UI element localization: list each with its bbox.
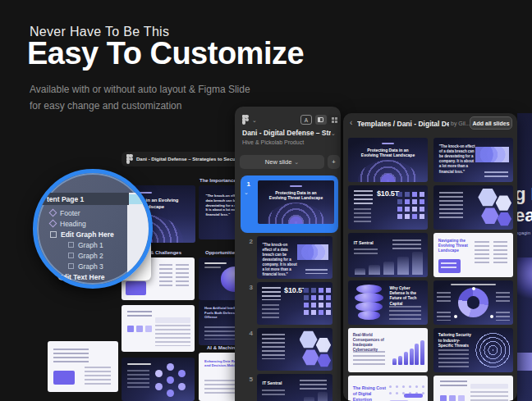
template-tile-table[interactable] [433, 376, 513, 401]
new-slide-button[interactable]: New slide ⌄ [240, 155, 324, 169]
chevron-down-icon[interactable]: ⌄ [252, 117, 257, 123]
template-tile-rings[interactable]: Tailoring Security to Industry-Specific … [433, 328, 513, 372]
text-lines [354, 190, 373, 203]
figma-logo-icon [126, 154, 133, 164]
text-lines [262, 390, 285, 397]
canvas-slide-circles[interactable] [122, 358, 195, 401]
component-icon [49, 209, 57, 217]
text-lines [159, 264, 172, 286]
section-label-importance: The Importance [200, 178, 236, 183]
templates-breadcrumb[interactable]: Templates / Dani - Digital Defen... [357, 120, 449, 128]
circles-graphic [297, 244, 329, 260]
list-lines [438, 349, 469, 368]
slide-thumbnail-4[interactable] [257, 328, 332, 371]
fragment-small-text: ngagin [517, 230, 530, 235]
layer-row-graph3[interactable]: Graph 3 [37, 261, 129, 271]
slide-title-text: Protecting Data in an Evolving Threat La… [360, 148, 417, 158]
purple-box [53, 371, 75, 385]
chevron-down-icon: ⌄ [294, 159, 299, 165]
hexagon-graphic [498, 212, 511, 226]
add-slide-button[interactable]: + [328, 155, 340, 169]
layer-row-footer[interactable]: Footer [37, 207, 129, 218]
template-tile-consequences[interactable]: Real-World Consequences of Inadequate Cy… [348, 328, 428, 372]
blob-graphic [355, 302, 383, 312]
squares-graphic [127, 326, 134, 332]
layer-row-edit-text[interactable]: TEdit Text Here [37, 271, 129, 282]
nav-slide-title: Navigating the Evolving Threat Landscape [438, 239, 472, 254]
templates-panel: ‹ Templates / Dani - Digital Defen... by… [343, 113, 517, 401]
text-style-icon[interactable]: A [300, 115, 312, 125]
layers-list: Footer Heading Edit Graph Here Graph 1 G… [37, 207, 129, 282]
add-all-slides-button[interactable]: Add all slides [470, 116, 512, 130]
squares-grid-graphic [304, 288, 309, 293]
bar-graphic [398, 356, 402, 366]
document-subtitle: Hive & Pickolab Product [242, 139, 304, 145]
canvas-slide-fragment: g D eat ngagin [517, 113, 532, 401]
template-tile-quote[interactable]: "The knock-on effect of a data breach ca… [433, 138, 513, 182]
list-view-icon[interactable] [315, 115, 327, 125]
circle-diagram-graphic [167, 376, 174, 384]
stat-lines [353, 351, 385, 367]
slide-number: 3 [241, 284, 253, 291]
text-lines [496, 292, 510, 302]
left-window-title: Dani - Digital Defense – Strategies to S… [136, 157, 240, 162]
template-tile-title[interactable]: Protecting Data in an Evolving Threat La… [348, 138, 428, 182]
rings-graphic [358, 160, 419, 182]
slides-panel: ⌄ A Dani - Digital Defense – Str... ⌄ Hi… [235, 107, 341, 401]
squares-graphic [440, 395, 447, 401]
text-lines [354, 208, 371, 224]
slide-thumbnail-1[interactable]: Protecting Data in an Evolving Threat La… [258, 180, 334, 224]
text-lines [354, 248, 378, 257]
slide-title-text: Protecting Data in an Evolving Threat La… [268, 190, 323, 201]
hero-subtitle-line2: for easy change and customization [30, 98, 250, 114]
bar-graphic [392, 358, 397, 366]
layers-page-row[interactable]: tent Page 1 [37, 193, 129, 205]
slide-number: 2 [241, 238, 253, 245]
document-title[interactable]: Dani - Digital Defense – Str... [242, 129, 331, 137]
text-lines [262, 334, 285, 359]
quote-text: "The knock-on effect of a data breach ca… [439, 144, 476, 175]
slide-thumbnail-2[interactable]: "The knock-on effect of a data breach ca… [257, 236, 332, 279]
layer-row-edit-graph[interactable]: Edit Graph Here [37, 229, 129, 239]
back-chevron-icon[interactable]: ‹ [350, 119, 352, 127]
canvas-slide-light-2[interactable] [48, 341, 118, 392]
text-lines [437, 312, 451, 321]
blob-slide-title: Why Cyber Defense Is the Future of Tech … [389, 286, 424, 307]
fragment-big-text-1: g D [517, 184, 532, 205]
template-tile-navigating[interactable]: Navigating the Evolving Threat Landscape [433, 233, 513, 277]
rings-slide-title: Tailoring Security to Industry-Specific … [438, 333, 472, 349]
slide-number: 4 [241, 330, 253, 337]
template-tile-stat[interactable]: $10.5T [348, 185, 428, 230]
template-tile-blob[interactable]: Why Cyber Defense Is the Future of Tech … [348, 280, 428, 325]
bar-graphic [383, 262, 395, 276]
figma-menu-icon[interactable] [242, 115, 249, 125]
panel-toolbar: ⌄ A [242, 115, 334, 125]
slide-thumbnail-3[interactable]: $10.5T [257, 282, 332, 325]
template-tile-it-bars[interactable]: IT Sentral [348, 233, 428, 277]
layer-row-graph2[interactable]: Graph 2 [37, 250, 129, 261]
title-line [204, 267, 221, 268]
quote-text: "The knock-on effect of a data breach ca… [262, 243, 296, 278]
chevron-down-icon[interactable]: ⌄ [331, 130, 336, 136]
chevron-down-icon[interactable]: ⌄ [244, 189, 249, 196]
layer-label: Graph 2 [78, 252, 103, 260]
bar-graphic [304, 397, 314, 401]
pill-button-graphic [404, 394, 423, 398]
text-lines [262, 304, 278, 320]
layer-row-graph1[interactable]: Graph 1 [37, 239, 129, 250]
template-tile-hexagons[interactable] [433, 185, 513, 230]
hexagon-graphic [300, 330, 318, 349]
slide-row-1-selected[interactable]: 1 ⌄ Protecting Data in an Evolving Threa… [241, 175, 338, 233]
purple-band-graphic [517, 353, 532, 371]
template-tile-donut[interactable] [433, 280, 513, 325]
blob-graphic [358, 311, 380, 320]
template-tile-cost[interactable]: The Rising Cost of Digital Extortion [348, 376, 428, 401]
grid-view-icon[interactable] [328, 115, 340, 125]
slide-thumbnail-5[interactable]: IT Sentral [257, 374, 332, 401]
layer-row-heading[interactable]: Heading [37, 218, 129, 229]
text-lines [440, 380, 467, 389]
rings-chart-graphic [474, 331, 511, 368]
layers-page-label: tent Page 1 [47, 195, 84, 203]
it-slide-title: IT Sentral [262, 380, 282, 385]
canvas-slide-table[interactable] [122, 305, 195, 352]
